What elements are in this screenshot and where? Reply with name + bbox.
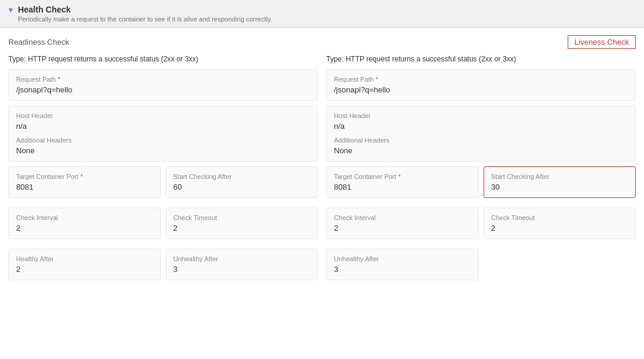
liveness-unhealthy-after-label: Unhealthy After bbox=[334, 255, 471, 262]
readiness-section: Type: HTTP request returns a successful … bbox=[8, 55, 318, 285]
readiness-request-path-label: Request Path * bbox=[16, 76, 310, 83]
health-check-header: ▼ Health Check Periodically make a reque… bbox=[0, 0, 644, 28]
liveness-target-port-label: Target Container Port * bbox=[334, 173, 471, 180]
readiness-unhealthy-after-label: Unhealthy After bbox=[174, 255, 311, 262]
liveness-check-interval-label: Check Interval bbox=[334, 214, 471, 221]
readiness-healthy-after-label: Healthy After bbox=[16, 255, 153, 262]
readiness-start-checking-value: 60 bbox=[174, 182, 311, 191]
readiness-additional-headers-label: Additional Headers bbox=[16, 137, 310, 144]
readiness-healthy-after-value: 2 bbox=[16, 265, 153, 274]
readiness-unhealthy-after-value: 3 bbox=[174, 265, 311, 274]
readiness-request-path-card: Request Path * /jsonapi?q=hello bbox=[8, 69, 318, 101]
liveness-check-timeout-value: 2 bbox=[491, 224, 628, 233]
readiness-check-interval-value: 2 bbox=[16, 224, 153, 233]
readiness-check-interval-card: Check Interval 2 bbox=[8, 208, 161, 239]
liveness-additional-headers-value: None bbox=[334, 146, 628, 155]
liveness-unhealthy-row: Unhealthy After 3 bbox=[326, 249, 636, 285]
liveness-port-checking-row: Target Container Port * 8081 Start Check… bbox=[326, 166, 636, 203]
liveness-target-port-card: Target Container Port * 8081 bbox=[326, 166, 479, 198]
readiness-start-checking-card: Start Checking After 60 bbox=[166, 166, 318, 198]
liveness-host-header-value: n/a bbox=[334, 122, 628, 131]
liveness-unhealthy-after-value: 3 bbox=[334, 265, 471, 274]
liveness-section: Type: HTTP request returns a successful … bbox=[326, 55, 636, 285]
liveness-host-header-label: Host Header bbox=[334, 112, 628, 119]
readiness-type: Type: HTTP request returns a successful … bbox=[8, 55, 318, 63]
readiness-healthy-unhealthy-row: Healthy After 2 Unhealthy After 3 bbox=[8, 249, 318, 285]
page: ▼ Health Check Periodically make a reque… bbox=[0, 0, 644, 359]
readiness-port-checking-row: Target Container Port * 8081 Start Check… bbox=[8, 166, 318, 203]
liveness-additional-headers-label: Additional Headers bbox=[334, 137, 628, 144]
liveness-start-checking-label: Start Checking After bbox=[491, 173, 628, 180]
header-subtitle: Periodically make a request to the conta… bbox=[18, 16, 273, 23]
readiness-check-interval-label: Check Interval bbox=[16, 214, 153, 221]
liveness-headers-card: Host Header n/a Additional Headers None bbox=[326, 106, 636, 162]
tabs-row: Readiness Check Liveness Check bbox=[8, 35, 636, 49]
readiness-target-port-label: Target Container Port * bbox=[16, 173, 153, 180]
liveness-start-checking-value: 30 bbox=[491, 182, 628, 191]
readiness-start-checking-label: Start Checking After bbox=[174, 173, 311, 180]
liveness-check-interval-card: Check Interval 2 bbox=[326, 208, 479, 239]
readiness-check-timeout-value: 2 bbox=[174, 224, 311, 233]
liveness-check-timeout-label: Check Timeout bbox=[491, 214, 628, 221]
liveness-check-interval-value: 2 bbox=[334, 224, 471, 233]
readiness-healthy-after-card: Healthy After 2 bbox=[8, 249, 161, 280]
liveness-type: Type: HTTP request returns a successful … bbox=[326, 55, 636, 63]
liveness-unhealthy-after-card: Unhealthy After 3 bbox=[326, 249, 479, 280]
chevron-icon[interactable]: ▼ bbox=[7, 6, 14, 14]
liveness-interval-timeout-row: Check Interval 2 Check Timeout 2 bbox=[326, 208, 636, 244]
readiness-host-header-label: Host Header bbox=[16, 112, 310, 119]
readiness-check-timeout-card: Check Timeout 2 bbox=[166, 208, 318, 239]
readiness-request-path-value: /jsonapi?q=hello bbox=[16, 85, 310, 94]
two-column-layout: Type: HTTP request returns a successful … bbox=[8, 55, 636, 285]
readiness-host-header-value: n/a bbox=[16, 122, 310, 131]
tab-liveness[interactable]: Liveness Check bbox=[568, 35, 636, 49]
liveness-request-path-card: Request Path * /jsonapi?q=hello bbox=[326, 69, 636, 101]
liveness-target-port-value: 8081 bbox=[334, 182, 471, 191]
liveness-check-timeout-card: Check Timeout 2 bbox=[484, 208, 636, 239]
tab-readiness[interactable]: Readiness Check bbox=[8, 38, 69, 47]
liveness-request-path-value: /jsonapi?q=hello bbox=[334, 85, 628, 94]
readiness-unhealthy-after-card: Unhealthy After 3 bbox=[166, 249, 318, 280]
liveness-start-checking-card: Start Checking After 30 bbox=[484, 166, 636, 198]
readiness-interval-timeout-row: Check Interval 2 Check Timeout 2 bbox=[8, 208, 318, 244]
readiness-additional-headers-value: None bbox=[16, 146, 310, 155]
readiness-headers-card: Host Header n/a Additional Headers None bbox=[8, 106, 318, 162]
readiness-check-timeout-label: Check Timeout bbox=[174, 214, 311, 221]
content-area: Readiness Check Liveness Check Type: HTT… bbox=[0, 28, 644, 292]
readiness-target-port-value: 8081 bbox=[16, 182, 153, 191]
liveness-request-path-label: Request Path * bbox=[334, 76, 628, 83]
readiness-target-port-card: Target Container Port * 8081 bbox=[8, 166, 161, 198]
header-title: Health Check bbox=[18, 5, 273, 14]
